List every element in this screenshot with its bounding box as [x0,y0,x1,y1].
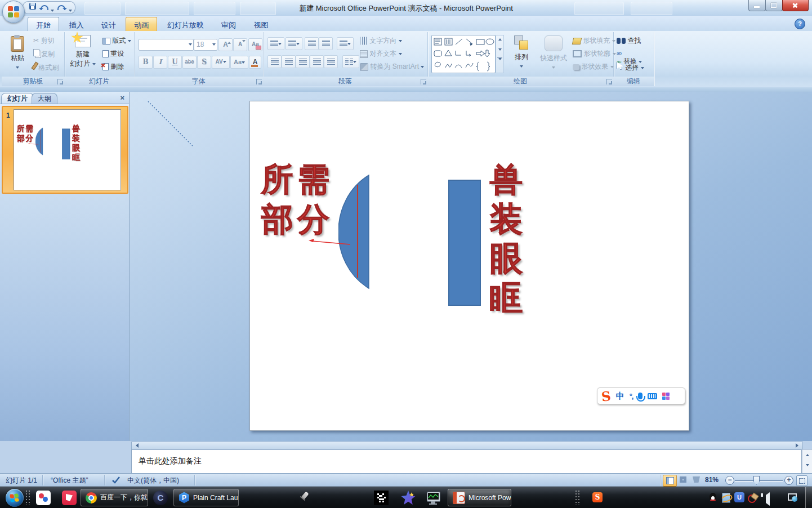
ime-mic-icon[interactable] [638,393,643,399]
bold-button[interactable]: B [139,56,153,69]
font-dialog-launcher[interactable] [256,79,262,84]
text-direction-button[interactable]: 文字方向 [360,36,402,46]
shape-fill-button[interactable]: 形状填充 [573,36,615,46]
new-slide-button[interactable]: 新建 幻灯片 [68,34,98,75]
clipboard-dialog-launcher[interactable] [57,79,63,84]
ime-keyboard-icon[interactable] [648,393,657,399]
underline-button[interactable]: U [168,56,182,69]
distribute-button[interactable] [324,55,338,68]
slideshow-button[interactable] [690,475,703,485]
start-button[interactable] [6,489,24,507]
italic-button[interactable]: I [153,56,167,69]
cinema4d-icon[interactable]: C [153,491,168,505]
zoom-in-button[interactable]: + [784,476,793,485]
scroll-left-icon[interactable] [133,443,139,448]
notes-scroll-up-icon[interactable] [806,452,809,456]
tray-windows-update-icon[interactable] [721,492,731,502]
shapes-gallery-scrollbar[interactable] [496,35,504,73]
tray-network-icon[interactable] [787,492,797,502]
align-right-button[interactable] [296,55,310,68]
decrease-indent-button[interactable] [305,37,319,50]
slide-canvas[interactable]: 所需 部分 兽 装 眼 眶 [249,101,689,431]
zoom-slider-thumb[interactable] [753,476,760,485]
redo-button[interactable] [57,4,65,12]
tab-animations[interactable]: 动画 [126,17,157,33]
justify-button[interactable] [310,55,324,68]
ime-punctuation-toggle[interactable]: °, [630,392,633,400]
fit-to-window-button[interactable] [796,475,807,486]
minimize-button[interactable] [748,0,766,11]
reset-button[interactable]: 重设 [102,49,124,59]
restore-button[interactable] [765,0,783,11]
chord-shape[interactable] [338,175,370,289]
show-desktop-button[interactable] [805,487,812,508]
scroll-right-icon[interactable] [796,443,801,448]
notes-pane[interactable]: 单击此处添加备注 [131,449,802,474]
app-icon-1[interactable] [36,491,51,505]
sogou-logo-icon[interactable]: S [601,389,612,403]
tray-youdao-icon[interactable]: U [734,492,744,502]
blue-rectangle-shape[interactable] [448,180,481,306]
cut-button[interactable]: ✂ 剪切 [33,36,54,46]
close-button[interactable] [782,0,809,11]
change-case-button[interactable]: Aa [230,56,248,69]
numbering-button[interactable] [285,37,302,50]
wordart-shouzhuang-yankuang[interactable]: 兽 装 眼 眶 [487,160,526,318]
star-app-icon[interactable] [401,491,416,505]
increase-indent-button[interactable] [319,37,333,50]
pixel-game-icon[interactable] [374,491,389,505]
bullets-button[interactable] [267,37,284,50]
tray-expand-grip[interactable] [575,491,581,505]
ime-toolbar[interactable]: S 中 °, [597,387,685,404]
red-arrow[interactable] [306,237,354,249]
notes-scroll-down-icon[interactable] [806,464,809,468]
tab-slides-panel[interactable]: 幻灯片 [1,93,34,104]
grow-font-button[interactable]: A [218,38,233,51]
align-left-button[interactable] [267,55,282,68]
red-vertical-line[interactable] [357,185,358,278]
app-icon-2[interactable] [62,491,77,505]
wordart-suoxu-bufen[interactable]: 所需 部分 [261,159,333,239]
tray-qq-icon[interactable] [708,492,718,502]
clear-formatting-button[interactable]: Aa [248,38,262,51]
tab-slideshow[interactable]: 幻灯片放映 [159,17,212,33]
taskbar-powerpoint-window[interactable]: Microsoft Powe... [448,489,511,506]
delete-button[interactable]: 删除 [102,62,124,72]
tab-home[interactable]: 开始 [28,17,59,33]
zoom-out-button[interactable]: − [725,476,734,485]
strikethrough-button[interactable]: abe [182,56,197,69]
panel-close-icon[interactable]: × [120,93,124,102]
taskbar-plaincraft-window[interactable]: P Plain Craft Laun... [173,489,239,506]
undo-button[interactable] [41,4,48,12]
language-indicator[interactable]: 中文(简体，中国) [127,476,179,485]
normal-view-button[interactable] [663,475,677,487]
notes-scrollbar[interactable] [802,449,812,474]
line-spacing-button[interactable] [337,37,354,50]
drawing-dialog-launcher[interactable] [606,79,612,84]
select-button[interactable]: 选择 [617,62,644,73]
paragraph-dialog-launcher[interactable] [421,79,426,84]
tab-insert[interactable]: 插入 [61,17,92,33]
undo-dropdown[interactable] [51,6,54,14]
paste-button[interactable]: 粘贴 [5,34,30,75]
save-button[interactable] [29,3,36,11]
ime-toolbox-icon[interactable] [662,393,670,400]
shape-outline-button[interactable]: 形状轮廓 [573,49,616,59]
copy-button[interactable]: 复制 [33,49,55,59]
system-monitor-icon[interactable] [426,491,441,505]
tab-outline-panel[interactable]: 大纲 [32,93,57,104]
theme-name[interactable]: “Office 主题” [51,476,88,485]
shrink-font-button[interactable]: A [233,38,247,51]
align-center-button[interactable] [282,55,296,68]
slide-sorter-button[interactable] [676,475,689,485]
align-text-button[interactable]: 对齐文本 [360,49,402,59]
arrange-button[interactable]: 排列 [508,34,534,75]
shape-effects-button[interactable]: 形状效果 [573,62,614,72]
zoom-percent[interactable]: 81% [705,476,719,484]
shapes-gallery[interactable] [431,35,496,73]
tray-sogou-icon[interactable]: S [592,492,603,502]
tray-volume-icon[interactable] [761,492,771,502]
shadow-button[interactable]: S [197,56,211,69]
tab-view[interactable]: 视图 [246,17,276,33]
spellcheck-icon[interactable] [111,476,121,484]
